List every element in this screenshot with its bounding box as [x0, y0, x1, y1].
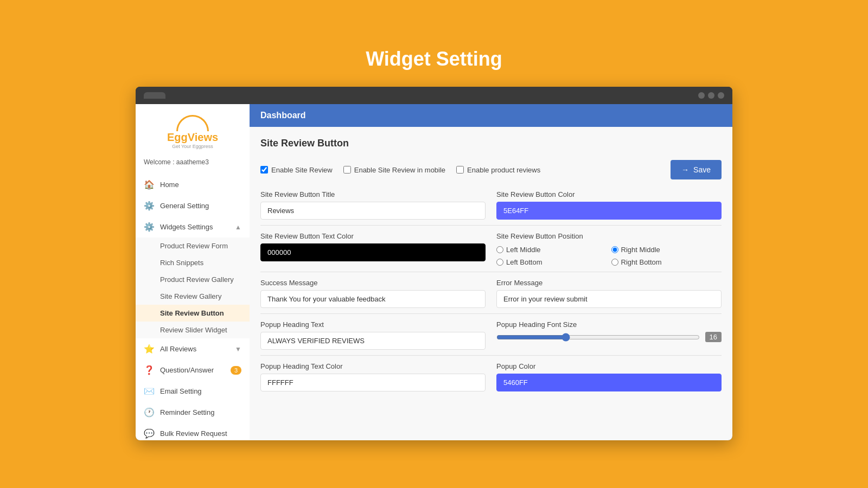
enable-mobile-label: Enable Site Review in mobile	[354, 166, 445, 174]
enable-site-review-input[interactable]	[260, 166, 268, 174]
save-arrow-icon: →	[681, 165, 689, 174]
text-color-group: Site Review Button Text Color 000000	[260, 232, 486, 266]
popup-text-color-group: Popup Heading Text Color	[260, 362, 486, 391]
popup-heading-input[interactable]	[260, 332, 486, 350]
radio-right-middle[interactable]: Right Middle	[611, 246, 722, 254]
popup-font-size-slider[interactable]	[496, 333, 700, 342]
sidebar-item-email-setting[interactable]: ✉️ Email Setting	[136, 381, 250, 402]
popup-heading-group: Popup Heading Text	[260, 320, 486, 350]
sidebar-label-widgets: Widgets Settings	[160, 223, 213, 231]
save-button[interactable]: → Save	[671, 160, 722, 179]
enable-site-review-checkbox[interactable]: Enable Site Review	[260, 166, 333, 174]
sidebar-item-home[interactable]: 🏠 Home	[136, 174, 250, 195]
sidebar-logo: EggViews Get Your Eggpress	[136, 104, 250, 156]
sidebar-item-reminder-setting[interactable]: 🕐 Reminder Setting	[136, 402, 250, 423]
enable-product-reviews-checkbox[interactable]: Enable product reviews	[456, 166, 540, 174]
dashboard-header: Dashboard	[250, 104, 732, 127]
sidebar-label-reminder: Reminder Setting	[160, 408, 214, 416]
all-reviews-arrow: ▼	[235, 345, 241, 353]
enable-mobile-input[interactable]	[343, 166, 351, 174]
success-message-group: Success Message	[260, 279, 486, 308]
browser-dots	[698, 92, 724, 99]
text-color-display[interactable]: 000000	[260, 243, 486, 261]
button-color-group: Site Review Button Color 5E64FF	[496, 190, 722, 220]
logo-egg: Egg	[167, 131, 188, 143]
popup-color-display[interactable]: 5460FF	[496, 374, 722, 391]
position-group: Site Review Button Position Left Middle …	[496, 232, 722, 266]
error-message-input[interactable]	[496, 290, 722, 308]
app-container: EggViews Get Your Eggpress Welcome : aaa…	[136, 104, 732, 440]
browser-window: EggViews Get Your Eggpress Welcome : aaa…	[136, 87, 732, 440]
popup-text-color-label: Popup Heading Text Color	[260, 362, 486, 370]
sidebar-item-question-answer[interactable]: ❓ Question/Answer 3	[136, 359, 250, 381]
popup-font-size-value: 16	[705, 332, 722, 342]
success-message-label: Success Message	[260, 279, 486, 287]
section-title: Site Review Button	[260, 138, 722, 149]
form-row-1: Site Review Button Title Site Review But…	[260, 190, 722, 220]
gear-icon-general: ⚙️	[144, 201, 155, 211]
gear-icon-widgets: ⚙️	[144, 222, 155, 232]
sidebar-submenu-widgets: Product Review Form Rich Snippets Produc…	[136, 237, 250, 338]
controls-row: Enable Site Review Enable Site Review in…	[260, 160, 722, 179]
sidebar-item-general-setting[interactable]: ⚙️ General Setting	[136, 195, 250, 216]
radio-left-middle[interactable]: Left Middle	[496, 246, 607, 254]
radio-right-bottom-input[interactable]	[611, 259, 618, 266]
popup-color-group: Popup Color 5460FF	[496, 362, 722, 391]
button-color-label: Site Review Button Color	[496, 190, 722, 198]
radio-left-bottom[interactable]: Left Bottom	[496, 258, 607, 266]
form-row-3: Success Message Error Message	[260, 279, 722, 308]
logo-tagline: Get Your Eggpress	[167, 144, 218, 149]
dot-1	[698, 92, 705, 99]
popup-font-size-slider-container: 16	[496, 332, 722, 342]
logo-arc	[176, 115, 209, 131]
popup-text-color-input[interactable]	[260, 374, 486, 391]
sidebar-subitem-product-review-gallery[interactable]: Product Review Gallery	[136, 271, 250, 288]
radio-left-bottom-label: Left Bottom	[506, 258, 542, 266]
chat-icon: 💬	[144, 428, 155, 439]
content-area: Site Review Button Enable Site Review En…	[250, 127, 732, 440]
sidebar-label-general: General Setting	[160, 202, 209, 210]
widgets-arrow: ▲	[235, 223, 241, 231]
form-row-4: Popup Heading Text Popup Heading Font Si…	[260, 320, 722, 350]
sidebar-subitem-review-slider-widget[interactable]: Review Slider Widget	[136, 322, 250, 338]
button-title-input[interactable]	[260, 202, 486, 220]
enable-product-reviews-label: Enable product reviews	[467, 166, 540, 174]
success-message-input[interactable]	[260, 290, 486, 308]
star-icon: ⭐	[144, 344, 155, 354]
radio-right-bottom-label: Right Bottom	[621, 258, 662, 266]
logo-text: EggViews	[167, 131, 218, 144]
sidebar-item-widgets-settings[interactable]: ⚙️ Widgets Settings ▲	[136, 216, 250, 237]
error-message-group: Error Message	[496, 279, 722, 308]
radio-left-middle-input[interactable]	[496, 246, 503, 253]
button-title-label: Site Review Button Title	[260, 190, 486, 198]
sidebar-item-bulk-review[interactable]: 💬 Bulk Review Request	[136, 423, 250, 440]
form-row-2: Site Review Button Text Color 000000 Sit…	[260, 232, 722, 266]
radio-right-bottom[interactable]: Right Bottom	[611, 258, 722, 266]
sidebar-subitem-product-review-form[interactable]: Product Review Form	[136, 237, 250, 254]
main-content: Dashboard Site Review Button Enable Site…	[250, 104, 732, 440]
popup-font-size-group: Popup Heading Font Size 16	[496, 320, 722, 350]
sidebar-label-all-reviews: All Reviews	[160, 345, 196, 353]
home-icon: 🏠	[144, 179, 155, 190]
question-icon: ❓	[144, 365, 155, 375]
popup-font-size-label: Popup Heading Font Size	[496, 320, 722, 329]
form-row-5: Popup Heading Text Color Popup Color 546…	[260, 362, 722, 391]
sidebar-item-all-reviews[interactable]: ⭐ All Reviews ▼	[136, 338, 250, 359]
sidebar-label-qa: Question/Answer	[160, 366, 214, 374]
dot-2	[708, 92, 714, 99]
enable-site-review-label: Enable Site Review	[271, 166, 333, 174]
enable-mobile-checkbox[interactable]: Enable Site Review in mobile	[343, 166, 445, 174]
radio-right-middle-input[interactable]	[611, 246, 618, 253]
sidebar-subitem-site-review-gallery[interactable]: Site Review Gallery	[136, 288, 250, 305]
email-icon: ✉️	[144, 386, 155, 396]
position-label: Site Review Button Position	[496, 232, 722, 240]
button-color-display[interactable]: 5E64FF	[496, 202, 722, 220]
radio-right-middle-label: Right Middle	[621, 246, 660, 254]
qa-badge: 3	[231, 366, 241, 375]
sidebar-label-home: Home	[160, 181, 179, 189]
sidebar-subitem-rich-snippets[interactable]: Rich Snippets	[136, 254, 250, 271]
browser-tab	[144, 92, 165, 99]
radio-left-bottom-input[interactable]	[496, 259, 503, 266]
sidebar-subitem-site-review-button[interactable]: Site Review Button	[136, 305, 250, 322]
enable-product-reviews-input[interactable]	[456, 166, 464, 174]
